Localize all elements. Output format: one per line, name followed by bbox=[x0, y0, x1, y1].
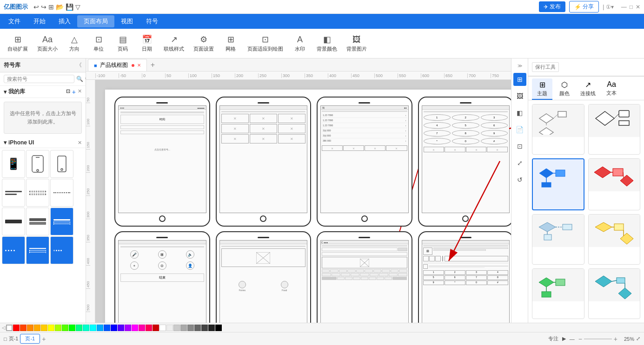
color-swatch[interactable] bbox=[69, 325, 75, 331]
symbol-item[interactable] bbox=[50, 150, 73, 178]
theme-card-green[interactable] bbox=[532, 268, 584, 319]
close-library-btn[interactable]: ✕ bbox=[78, 88, 82, 96]
color-swatch[interactable] bbox=[208, 325, 215, 331]
color-swatch[interactable] bbox=[104, 325, 110, 331]
tab-theme[interactable]: ⊞ 主题 bbox=[532, 78, 552, 100]
tab-product-wireframe[interactable]: ■ 产品线框图 ✕ bbox=[88, 59, 147, 71]
toolbar-watermark[interactable]: A 水印 bbox=[289, 33, 311, 54]
tab-connector[interactable]: ↗ 连接线 bbox=[577, 78, 599, 100]
toolbar-page-size[interactable]: Aa 页面大小 bbox=[33, 33, 61, 54]
color-swatch[interactable] bbox=[180, 325, 187, 331]
theme-card-outline[interactable] bbox=[588, 104, 641, 155]
theme-card-red[interactable] bbox=[588, 158, 641, 210]
color-swatch[interactable] bbox=[139, 325, 145, 331]
menu-symbol[interactable]: 符号 bbox=[139, 15, 165, 27]
symbol-item[interactable] bbox=[26, 179, 49, 207]
export-icon[interactable]: ⊡ bbox=[66, 88, 70, 96]
play-btn[interactable]: ▶ bbox=[562, 336, 566, 342]
color-swatch[interactable] bbox=[20, 325, 27, 331]
toolbar-link-style[interactable]: ↗ 联线样式 bbox=[160, 33, 188, 54]
symbol-item[interactable] bbox=[2, 236, 25, 264]
right-panel-collapse-btn[interactable]: ≫ bbox=[517, 62, 523, 69]
history-panel-btn[interactable]: ↺ bbox=[513, 173, 526, 186]
fullscreen-btn[interactable]: ⤢ bbox=[636, 336, 640, 342]
color-swatch[interactable] bbox=[173, 325, 180, 331]
toolbar-page-num[interactable]: ▤ 页码 bbox=[112, 33, 134, 54]
zoom-out-btn[interactable]: − bbox=[578, 335, 582, 343]
menu-start[interactable]: 开始 bbox=[27, 15, 52, 27]
expand-panel-btn[interactable]: ⤢ bbox=[513, 156, 526, 169]
pages-panel-btn[interactable]: 📄 bbox=[513, 123, 526, 136]
color-swatch[interactable] bbox=[97, 325, 103, 331]
help-btn[interactable]: | ①▾ bbox=[603, 4, 613, 10]
new-btn[interactable]: ⊞ bbox=[48, 3, 54, 11]
toolbar-date[interactable]: 📅 日期 bbox=[136, 33, 158, 54]
restore-btn[interactable]: □ bbox=[630, 4, 633, 10]
canvas-wrapper[interactable]: 50 100 150 200 250 300 350 400 450 500 5… bbox=[86, 80, 511, 323]
sidebar-collapse-btn[interactable]: 《 bbox=[76, 61, 82, 69]
search-input[interactable] bbox=[4, 75, 74, 83]
theme-card-gray[interactable] bbox=[532, 214, 584, 265]
toolbar-auto-expand[interactable]: ⊞ 自动扩展 bbox=[4, 33, 32, 54]
theme-card-default[interactable] bbox=[532, 104, 584, 155]
minimize-btn[interactable]: — bbox=[621, 4, 627, 10]
menu-insert[interactable]: 插入 bbox=[52, 15, 77, 27]
undo-btn[interactable]: ↩ bbox=[33, 3, 39, 11]
page-tab-1[interactable]: 页-1 bbox=[20, 334, 40, 344]
tab-add-btn[interactable]: + bbox=[147, 59, 159, 71]
add-page-btn[interactable]: + bbox=[42, 335, 46, 343]
color-swatch-black[interactable] bbox=[215, 325, 222, 331]
symbol-item[interactable] bbox=[2, 179, 25, 207]
share-button[interactable]: ⚡分享 bbox=[569, 1, 599, 13]
color-swatch[interactable] bbox=[90, 325, 96, 331]
toolbar-bg-color[interactable]: ◧ 背景颜色 bbox=[313, 33, 341, 54]
color-swatch[interactable] bbox=[55, 325, 61, 331]
redo-btn[interactable]: ↪ bbox=[41, 3, 46, 11]
color-swatch[interactable] bbox=[76, 325, 82, 331]
focus-label[interactable]: 专注 bbox=[548, 335, 558, 342]
color-swatch[interactable] bbox=[111, 325, 117, 331]
color-swatch[interactable] bbox=[194, 325, 201, 331]
theme-card-teal[interactable] bbox=[588, 268, 641, 319]
theme-panel-btn[interactable]: ⊞ bbox=[513, 73, 526, 86]
toolbar-direction[interactable]: △ 方向 bbox=[63, 33, 86, 54]
color-swatch[interactable] bbox=[166, 325, 173, 331]
save-btn[interactable]: 💾 bbox=[66, 3, 73, 11]
symbol-item[interactable] bbox=[50, 236, 73, 264]
open-btn[interactable]: 📂 bbox=[56, 3, 64, 11]
symbol-item[interactable] bbox=[2, 208, 25, 235]
toolbar-grid[interactable]: ⊞ 网格 bbox=[219, 33, 242, 54]
symbol-item[interactable] bbox=[26, 208, 49, 235]
color-swatch[interactable] bbox=[132, 325, 138, 331]
toolbar-page-setting[interactable]: ⚙ 页面设置 bbox=[190, 33, 218, 54]
close-section-btn[interactable]: ✕ bbox=[78, 140, 82, 146]
symbol-item[interactable] bbox=[50, 179, 73, 207]
toolbar-unit[interactable]: ⊡ 单位 bbox=[87, 33, 110, 54]
color-swatch-white[interactable] bbox=[159, 325, 166, 331]
theme-card-yellow[interactable] bbox=[588, 214, 641, 265]
color-swatch[interactable] bbox=[62, 325, 68, 331]
color-swatch[interactable] bbox=[41, 325, 47, 331]
add-library-btn[interactable]: + bbox=[72, 88, 76, 96]
tab-text[interactable]: Aa 文本 bbox=[601, 78, 622, 100]
color-swatch-none[interactable] bbox=[6, 325, 13, 331]
crop-panel-btn[interactable]: ⊡ bbox=[513, 140, 526, 153]
color-swatch[interactable] bbox=[146, 325, 152, 331]
color-swatch[interactable] bbox=[153, 325, 159, 331]
more-btn[interactable]: ▽ bbox=[75, 3, 80, 11]
image-panel-btn[interactable]: 🖼 bbox=[513, 90, 526, 103]
toolbar-bg-image[interactable]: 🖼 背景图片 bbox=[343, 33, 371, 54]
palette-left-arrow[interactable]: ◁ bbox=[2, 325, 6, 330]
theme-card-blue[interactable] bbox=[532, 158, 584, 210]
symbol-item[interactable] bbox=[26, 236, 49, 264]
layers-panel-btn[interactable]: ◧ bbox=[513, 106, 526, 119]
symbol-item[interactable] bbox=[26, 150, 49, 178]
menu-view[interactable]: 视图 bbox=[114, 15, 139, 27]
toolbar-page-fit[interactable]: ⊡ 页面适应到绘图 bbox=[244, 33, 287, 54]
main-canvas[interactable]: ●●●▬▬▬ 时间 点击任意符号... bbox=[95, 80, 511, 323]
color-swatch[interactable] bbox=[13, 325, 20, 331]
color-swatch[interactable] bbox=[27, 325, 33, 331]
color-swatch[interactable] bbox=[187, 325, 194, 331]
color-swatch[interactable] bbox=[125, 325, 131, 331]
collapsed-item-label[interactable]: 保行工具 bbox=[532, 62, 559, 72]
